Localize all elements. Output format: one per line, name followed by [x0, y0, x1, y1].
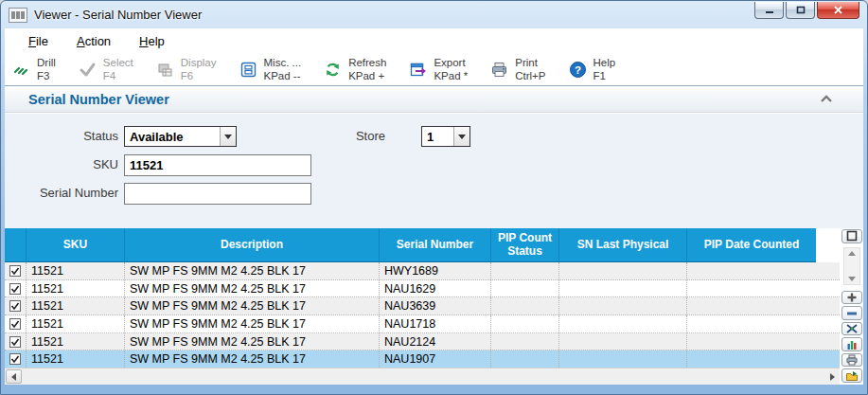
- cell-pip-date: [687, 280, 816, 297]
- toolbar-misc-button[interactable]: Misc. ...KPad --: [239, 57, 302, 82]
- vertical-scrollbar[interactable]: [843, 247, 860, 285]
- header-serial-number[interactable]: Serial Number: [380, 228, 491, 261]
- cell-sku: 11521: [27, 350, 125, 368]
- chevron-down-icon[interactable]: [453, 127, 469, 146]
- cell-pip-date: [687, 297, 816, 314]
- tool-shortcut: KPad +: [348, 70, 386, 83]
- maximize-button[interactable]: [786, 2, 815, 19]
- refresh-icon: [324, 61, 342, 79]
- row-checkbox[interactable]: [9, 300, 21, 312]
- bar-chart-icon: [845, 339, 859, 350]
- add-row-button[interactable]: [841, 291, 862, 305]
- cell-pip-date: [687, 333, 816, 350]
- grid-maximize-button[interactable]: [841, 229, 862, 243]
- check-icon: [10, 354, 20, 364]
- toolbar-print-button[interactable]: PrintCtrl+P: [490, 57, 545, 82]
- checkmark-icon: [79, 61, 97, 79]
- toolbar-display-button[interactable]: DisplayF6: [156, 57, 217, 82]
- title-bar[interactable]: Viewer - Serial Number Viewer: [1, 1, 867, 28]
- collapse-chevron-icon[interactable]: [820, 95, 833, 103]
- store-dropdown[interactable]: 1: [421, 126, 470, 147]
- scroll-left-button[interactable]: [6, 369, 22, 384]
- table-row[interactable]: 11521 SW MP FS 9MM M2 4.25 BLK 17 HWY168…: [5, 262, 841, 280]
- header-sku[interactable]: SKU: [27, 228, 125, 261]
- toolbar-refresh-button[interactable]: RefreshKPad +: [324, 57, 386, 82]
- window-title: Viewer - Serial Number Viewer: [34, 8, 202, 22]
- cell-sn-last: [559, 262, 687, 279]
- header-pip-date-counted[interactable]: PIP Date Counted: [687, 228, 816, 261]
- row-checkbox[interactable]: [9, 265, 21, 277]
- toolbar-select-button[interactable]: SelectF4: [79, 57, 133, 82]
- toolbar-export-button[interactable]: ExportKPad *: [409, 57, 468, 82]
- chart-button[interactable]: [841, 337, 862, 351]
- minimize-button[interactable]: [754, 2, 784, 19]
- toolbar-help-button[interactable]: ? HelpF1: [569, 57, 616, 82]
- header-description[interactable]: Description: [125, 228, 380, 261]
- menu-help[interactable]: Help: [133, 31, 171, 51]
- tool-label: Print: [515, 57, 545, 70]
- display-grid-icon: [156, 61, 174, 79]
- table-row[interactable]: 11521 SW MP FS 9MM M2 4.25 BLK 17 NAU162…: [5, 280, 841, 298]
- header-pip-count-status[interactable]: PIP Count Status: [491, 228, 559, 261]
- crossed-arrows-icon: [845, 323, 859, 334]
- cell-sn-last: [559, 350, 687, 368]
- sku-input[interactable]: [124, 154, 311, 176]
- section-title: Serial Number Viewer: [28, 92, 169, 107]
- scroll-up-icon[interactable]: [848, 251, 856, 256]
- header-checkbox-column[interactable]: [5, 228, 27, 261]
- cell-serial: NAU1629: [380, 280, 491, 297]
- minimize-icon: [765, 6, 774, 14]
- table-row[interactable]: 11521 SW MP FS 9MM M2 4.25 BLK 17 NAU212…: [5, 333, 841, 351]
- cell-description: SW MP FS 9MM M2 4.25 BLK 17: [125, 350, 380, 368]
- cell-pip-date: [687, 262, 816, 279]
- header-sn-last-physical[interactable]: SN Last Physical: [559, 228, 687, 261]
- table-row[interactable]: 11521 SW MP FS 9MM M2 4.25 BLK 17 NAU363…: [5, 297, 841, 315]
- cell-pip-count: [491, 333, 559, 350]
- minus-bar-icon: [845, 308, 859, 319]
- cell-pip-count: [491, 262, 559, 279]
- scroll-down-icon[interactable]: [848, 277, 856, 281]
- sku-label: SKU: [7, 154, 118, 175]
- remove-row-button[interactable]: [841, 306, 862, 320]
- close-icon: [833, 6, 843, 14]
- serial-number-input[interactable]: [124, 183, 311, 205]
- horizontal-scrollbar[interactable]: [5, 368, 841, 385]
- export-window-icon: [409, 61, 427, 79]
- status-dropdown[interactable]: Available: [124, 126, 237, 147]
- menu-action[interactable]: Action: [70, 31, 117, 51]
- scroll-right-button[interactable]: [824, 369, 841, 384]
- cell-serial: NAU2124: [380, 333, 491, 350]
- arrow-left-icon: [11, 373, 16, 381]
- tool-shortcut: F3: [37, 70, 56, 83]
- store-label: Store: [281, 126, 385, 147]
- transfer-button[interactable]: [841, 322, 862, 336]
- check-icon: [10, 337, 20, 347]
- row-checkbox[interactable]: [9, 336, 21, 348]
- tool-label: Refresh: [348, 57, 386, 70]
- table-row[interactable]: 11521 SW MP FS 9MM M2 4.25 BLK 17 NAU171…: [5, 315, 841, 333]
- menu-file[interactable]: File: [22, 31, 55, 51]
- maximize-icon: [796, 6, 806, 14]
- cell-sn-last: [559, 333, 687, 350]
- print-grid-button[interactable]: [841, 353, 862, 368]
- cell-sn-last: [559, 280, 687, 297]
- row-checkbox[interactable]: [9, 283, 21, 295]
- row-checkbox[interactable]: [9, 353, 21, 365]
- chevron-down-icon[interactable]: [220, 127, 236, 146]
- table-row-selected[interactable]: 11521 SW MP FS 9MM M2 4.25 BLK 17 NAU190…: [5, 350, 841, 368]
- cell-sku: 11521: [27, 262, 125, 279]
- cell-serial: NAU1718: [380, 315, 491, 332]
- row-checkbox[interactable]: [9, 318, 21, 330]
- tool-shortcut: F4: [103, 70, 133, 83]
- app-window: Viewer - Serial Number Viewer File Actio…: [0, 0, 868, 395]
- cell-pip-count: [491, 350, 559, 368]
- arrow-right-icon: [830, 373, 835, 381]
- export-grid-button[interactable]: [841, 368, 862, 383]
- toolbar-drill-button[interactable]: DrillF3: [12, 57, 56, 82]
- serial-number-label: Serial Number: [7, 183, 118, 204]
- cell-sku: 11521: [27, 297, 125, 314]
- barcode-icon: [9, 8, 27, 23]
- tool-label: Help: [593, 57, 616, 70]
- close-button[interactable]: [817, 2, 859, 19]
- cell-pip-date: [687, 315, 816, 332]
